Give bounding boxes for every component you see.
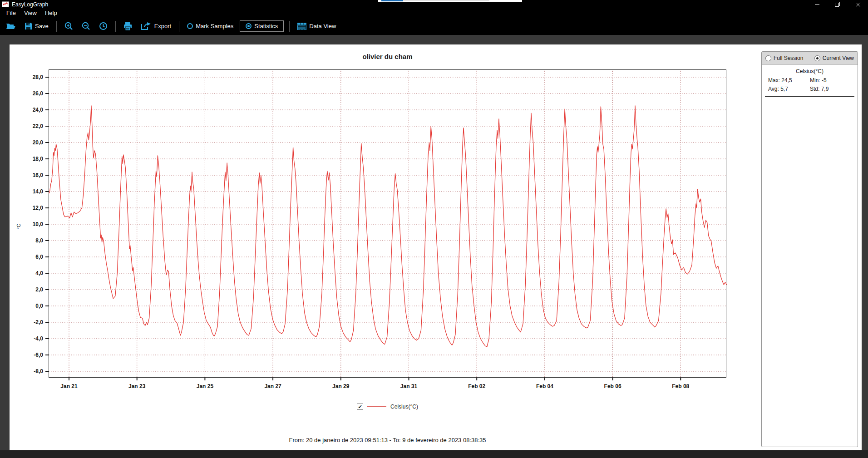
export-label: Export — [154, 23, 172, 30]
svg-text:8,0: 8,0 — [35, 237, 43, 244]
statistics-label: Statistics — [254, 23, 278, 30]
chart-panel: olivier du cham °C 28,026,024,022,020,01… — [10, 44, 862, 450]
svg-text:Feb 02: Feb 02 — [468, 383, 485, 389]
svg-text:0,0: 0,0 — [35, 303, 43, 309]
svg-text:Jan 21: Jan 21 — [60, 383, 78, 389]
toolbar-separator — [56, 21, 57, 32]
svg-text:20,0: 20,0 — [33, 139, 44, 146]
svg-text:2,0: 2,0 — [35, 286, 43, 293]
svg-text:-2,0: -2,0 — [34, 319, 43, 325]
export-button[interactable]: Export — [138, 20, 174, 32]
menu-help[interactable]: Help — [41, 9, 61, 17]
svg-text:Feb 06: Feb 06 — [604, 383, 621, 389]
svg-text:14,0: 14,0 — [33, 188, 44, 195]
zoom-out-icon — [82, 22, 90, 30]
data-view-label: Data View — [309, 23, 336, 30]
restore-button[interactable] — [827, 0, 848, 9]
zoom-out-button[interactable] — [79, 20, 93, 32]
open-button[interactable] — [4, 20, 18, 32]
title-bar: EasyLogGraph — [0, 0, 868, 9]
svg-text:Jan 29: Jan 29 — [332, 383, 350, 389]
menu-view[interactable]: View — [20, 9, 41, 17]
statistics-radio-icon — [246, 23, 252, 29]
svg-text:24,0: 24,0 — [33, 107, 44, 113]
print-button[interactable] — [121, 20, 134, 32]
close-button[interactable] — [848, 0, 868, 9]
window-controls — [807, 0, 868, 9]
svg-text:4,0: 4,0 — [35, 270, 43, 276]
mark-samples-button[interactable]: Mark Samples — [185, 21, 236, 31]
save-icon — [25, 22, 32, 30]
svg-text:22,0: 22,0 — [33, 123, 44, 129]
close-icon — [856, 2, 860, 7]
zoom-in-icon — [64, 22, 73, 30]
svg-text:Feb 08: Feb 08 — [672, 383, 689, 389]
app-icon — [2, 1, 9, 7]
window-title: EasyLogGraph — [12, 1, 48, 8]
session-range-text: From: 20 de janeiro de 2023 09:51:13 - T… — [49, 437, 726, 443]
mark-samples-label: Mark Samples — [196, 23, 233, 30]
stat-min: Min: -5 — [810, 77, 853, 84]
svg-text:Jan 25: Jan 25 — [197, 383, 214, 389]
minimize-icon — [815, 2, 819, 7]
workspace-bottom-strip — [0, 450, 868, 458]
legend-label: Celsius(°C) — [390, 404, 418, 410]
chart-legend: ✔ Celsius(°C) — [49, 404, 726, 410]
menu-bar: File View Help — [0, 9, 868, 17]
statistics-panel: Full Session Current View Celsius(°C) Ma… — [761, 51, 858, 447]
printer-icon — [123, 22, 132, 30]
data-view-button[interactable]: Data View — [295, 21, 338, 32]
svg-text:Jan 23: Jan 23 — [128, 383, 146, 389]
svg-text:Jan 27: Jan 27 — [264, 383, 281, 389]
svg-text:12,0: 12,0 — [33, 205, 44, 211]
radio-selected-icon — [814, 55, 820, 61]
zoom-reset-button[interactable] — [97, 20, 110, 32]
svg-text:Feb 04: Feb 04 — [536, 383, 553, 389]
svg-text:16,0: 16,0 — [33, 172, 44, 178]
svg-text:-4,0: -4,0 — [34, 335, 43, 342]
svg-text:Jan 31: Jan 31 — [400, 383, 418, 389]
application-window: EasyLogGraph File View Help Save — [0, 0, 868, 458]
svg-text:-8,0: -8,0 — [34, 368, 43, 374]
stats-channel-name: Celsius(°C) — [762, 68, 858, 74]
background-window-edge — [378, 0, 522, 2]
menu-file[interactable]: File — [2, 9, 20, 17]
stat-max: Max: 24,5 — [768, 77, 810, 84]
svg-text:-6,0: -6,0 — [34, 352, 43, 358]
toolbar: Save Export Mark Samples Statistics — [0, 17, 868, 35]
export-icon — [141, 22, 152, 30]
mark-samples-radio-icon — [187, 23, 193, 29]
data-grid-icon — [297, 23, 306, 30]
zoom-in-button[interactable] — [62, 20, 75, 32]
legend-checkbox[interactable]: ✔ — [357, 404, 363, 410]
stats-values: Max: 24,5 Min: -5 Avg: 5,7 Std: 7,9 — [762, 74, 858, 92]
svg-text:26,0: 26,0 — [33, 90, 44, 97]
svg-text:10,0: 10,0 — [33, 221, 44, 227]
save-label: Save — [35, 23, 49, 30]
toolbar-separator — [179, 21, 179, 32]
clock-icon — [99, 22, 108, 30]
full-session-label: Full Session — [774, 55, 803, 61]
toolbar-separator — [115, 21, 116, 32]
minimize-button[interactable] — [807, 0, 827, 9]
toolbar-separator — [289, 21, 290, 32]
radio-icon — [765, 55, 771, 61]
statistics-button[interactable]: Statistics — [240, 20, 284, 32]
chart-title: olivier du cham — [49, 53, 726, 60]
chart-plot-area[interactable]: 28,026,024,022,020,018,016,014,012,010,0… — [49, 69, 726, 378]
statistics-panel-header: Full Session Current View — [762, 52, 858, 65]
svg-text:28,0: 28,0 — [33, 74, 44, 80]
legend-line-sample — [367, 406, 386, 407]
y-axis-unit-label: °C — [16, 224, 21, 229]
restore-icon — [835, 2, 840, 7]
svg-text:6,0: 6,0 — [35, 254, 43, 260]
stat-avg: Avg: 5,7 — [768, 86, 810, 92]
stats-separator — [765, 96, 854, 97]
svg-text:18,0: 18,0 — [33, 156, 44, 162]
open-folder-icon — [6, 22, 16, 30]
current-view-label: Current View — [823, 55, 854, 61]
current-view-radio[interactable]: Current View — [814, 55, 854, 61]
full-session-radio[interactable]: Full Session — [765, 55, 803, 61]
save-button[interactable]: Save — [22, 20, 51, 32]
stat-std: Std: 7,9 — [810, 86, 853, 92]
